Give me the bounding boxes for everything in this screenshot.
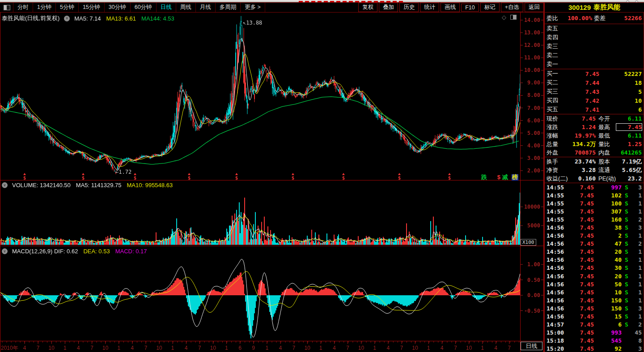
transaction-row: 15:187.455458 [545,337,644,345]
quote-label: 涨幅 [547,132,562,140]
tx-count: 2 [631,240,642,247]
tx-volume: 50 [594,281,622,288]
tx-count: 2 [631,321,642,328]
buy-volume: 52227 [599,71,642,77]
tx-price: 7.45 [565,224,594,231]
action-button-7[interactable]: +自选 [501,3,523,12]
tx-side: S [622,313,631,320]
period-tab-5[interactable]: 60分钟 [131,3,157,12]
period-tab-10[interactable]: 更多 > [241,3,265,12]
info-row: 收益(二)0.160PE(动)23.2 [545,174,644,183]
period-tab-0[interactable]: 分时 [13,3,33,12]
tx-time: 14:56 [547,240,565,247]
quote-label: 今开 [598,115,616,123]
chevron-down-icon[interactable] [2,248,8,254]
tx-price: 7.45 [565,337,594,344]
sell-row: 卖四 [545,33,644,42]
buy-price: 7.44 [570,80,599,86]
action-button-6[interactable]: 标记 [480,3,500,12]
ma-label-0: MA5: 7.14 [74,15,101,22]
action-button-8[interactable]: 返回 [525,3,544,12]
tx-volume: 20 [594,248,622,255]
tx-side: S [622,273,631,280]
quote-value: 19.97% [562,132,596,139]
period-badge[interactable]: 日线 [521,342,542,350]
quote-label: 现价 [547,115,562,123]
period-tab-4[interactable]: 30分钟 [105,3,131,12]
action-button-5[interactable]: F10 [461,4,479,12]
tx-volume: 20 [594,273,622,280]
tx-count: 1 [631,264,642,271]
buy-row: 买三7.435 [545,87,644,96]
period-tab-6[interactable]: 日线 [157,3,176,12]
info-row: 换手23.74%股本7.19亿 [545,157,644,166]
tx-count: 1 [631,281,642,288]
action-button-2[interactable]: 历史 [399,3,419,12]
sell-order-book: 卖五卖四卖三卖二卖一 [545,24,644,69]
buy-row: 买二7.4418 [545,78,644,87]
quote-value: 7.45 [562,115,596,122]
chevron-down-icon[interactable] [64,16,70,21]
volume-pane-labels: VOLUME: 1342140.50MA5: 1141329.75MA10: 9… [2,182,173,189]
tx-count: 1 [631,273,642,280]
action-button-3[interactable]: 统计 [420,3,439,12]
tx-price: 7.45 [565,313,594,320]
period-toolbar: 分时1分钟5分钟15分钟30分钟60分钟日线周线月线多周期更多 > 复权叠加历史… [0,3,544,12]
action-button-4[interactable]: 画线 [441,3,460,12]
diamond-icon[interactable]: ◇ [502,14,506,21]
tx-time: 14:56 [547,264,565,271]
sell-level-label: 卖二 [547,51,570,59]
chevron-down-icon[interactable] [2,182,8,188]
tx-count: 1 [631,256,642,263]
quote-row: 现价7.45今开6.11 [545,114,644,123]
tx-side: S [622,232,631,239]
period-tab-1[interactable]: 1分钟 [33,3,56,12]
buy-level-label: 买二 [547,79,570,87]
stock-code: 300129 [568,4,591,11]
event-marker-$: $ [497,174,500,180]
tx-price: 7.45 [565,184,594,191]
tx-time: 14:56 [547,224,565,231]
tx-count: 1 [631,313,642,320]
ma-labels: MA5: 7.14MA13: 6.61MA144: 4.53 [74,15,174,22]
transaction-row: 14:567.4520S1 [545,248,644,256]
tx-time: 14:56 [547,297,565,304]
action-button-1[interactable]: 叠加 [379,3,398,12]
tick-transaction-list[interactable]: 14:557.45997S314:557.45102S114:557.45100… [545,183,644,352]
tx-time: 14:55 [547,192,565,199]
tx-side: S [622,248,631,255]
tx-count: 1 [631,297,642,304]
weicha-label: 委差 [594,14,606,22]
info-label: 股本 [598,158,616,166]
window-layout-icon[interactable] [4,5,10,10]
buy-volume: 6 [599,106,642,113]
event-marker-减: 减 [502,174,508,180]
tx-volume: 150 [594,305,622,312]
transaction-row: 14:557.45102S1 [545,191,644,199]
quote-grid: 现价7.45今开6.11涨跌1.24最高7.45涨幅19.97%最低6.11总量… [545,114,644,157]
tx-time: 15:20 [547,345,565,352]
period-tab-3[interactable]: 15分钟 [79,3,105,12]
action-button-0[interactable]: 复权 [358,3,377,12]
tx-volume: 6 [594,321,622,328]
stock-header: 300129泰胜风能 [544,3,644,12]
transaction-row: 14:557.45100S1 [545,199,644,207]
tx-price: 7.45 [565,329,594,336]
period-tab-2[interactable]: 5分钟 [56,3,79,12]
tx-time: 14:55 [547,216,565,223]
tx-count: 2 [631,216,642,223]
split-window-icon[interactable] [510,15,517,20]
period-tab-7[interactable]: 周线 [176,3,196,12]
tx-price: 7.45 [565,216,594,223]
period-tabs: 分时1分钟5分钟15分钟30分钟60分钟日线周线月线多周期更多 > [13,3,265,12]
quote-value: 134.2万 [562,140,596,148]
quote-value: 6.11 [616,132,642,139]
sell-row: 卖二 [545,51,644,60]
volume-unit-badge[interactable]: X100 [521,239,536,246]
buy-level-label: 买一 [547,70,570,78]
quote-label: 外盘 [547,149,562,157]
tx-time: 14:56 [547,256,565,263]
period-tab-8[interactable]: 月线 [196,3,216,12]
tx-time: 14:56 [547,313,565,320]
period-tab-9[interactable]: 多周期 [216,3,241,12]
